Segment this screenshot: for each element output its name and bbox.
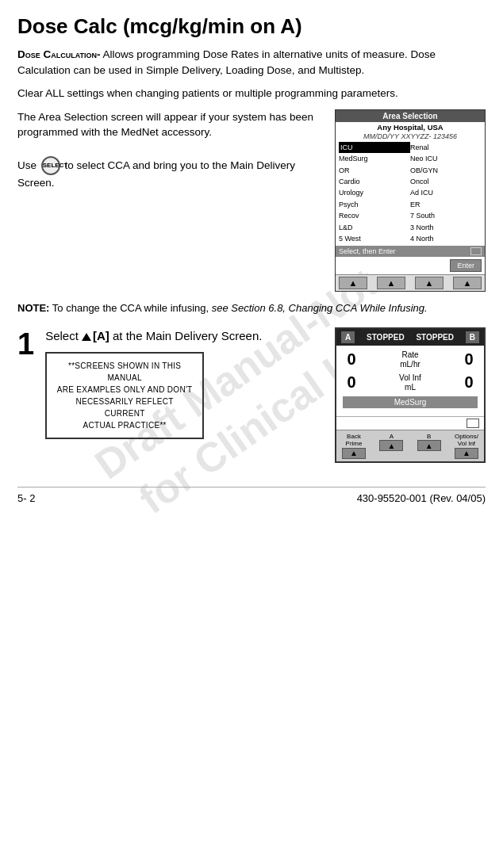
dp-nav-b[interactable]: B ▲	[415, 433, 443, 459]
as-item-3north[interactable]: 3 North	[410, 222, 482, 233]
dp-cca-label: MedSurg	[343, 396, 478, 408]
as-item-4north[interactable]: 4 North	[410, 233, 482, 244]
as-item-oncol[interactable]: Oncol	[410, 176, 482, 187]
as-date: MM/DD/YY XXYYZZ- 123456	[336, 132, 485, 140]
dp-nav-row: BackPrime ▲ A ▲ B ▲ Options/Vol Inf ▲	[336, 430, 484, 461]
as-item-5west[interactable]: 5 West	[339, 233, 410, 244]
warning-line1: **SCREENS SHOWN IN THIS MANUAL	[55, 360, 194, 384]
dp-nav-options[interactable]: Options/Vol Inf ▲	[452, 433, 481, 459]
step1-text-before: Select	[45, 329, 82, 342]
dp-body: 0 RatemL/hr 0 0 Vol InfmL 0 MedSurg	[336, 346, 484, 416]
dp-status-b: STOPPED	[416, 333, 454, 342]
note-text: NOTE: To change the CCA while infusing, …	[17, 301, 486, 315]
dp-b-arrow[interactable]: ▲	[417, 440, 441, 451]
as-nav-btn-2[interactable]: ▲	[377, 277, 405, 289]
as-header: Area Selection	[336, 110, 485, 122]
page-title: Dose Calc (mcg/kg/min on A)	[17, 14, 486, 39]
as-item-obgyn[interactable]: OB/GYN	[410, 165, 482, 176]
as-enter-row: Enter	[336, 257, 485, 274]
as-select-bar: Select, then Enter	[336, 246, 485, 257]
dp-rate-row: 0 RatemL/hr 0	[343, 350, 478, 369]
as-item-or[interactable]: OR	[339, 165, 410, 176]
dp-rate-value-b: 0	[460, 350, 478, 369]
as-grid: ICU Renal MedSurg Neo ICU OR OB/GYN Card…	[336, 142, 485, 245]
page-footer: 5- 2 430-95520-001 (Rev. 04/05)	[17, 487, 486, 504]
as-select-label: Select, then Enter	[339, 247, 396, 255]
warning-line4: ACTUAL PRACTICE**	[55, 419, 194, 431]
area-selection-panel: Area Selection Any Hospital, USA MM/DD/Y…	[335, 109, 486, 293]
para3-text: The Area Selection screen will appear if…	[17, 109, 327, 293]
as-item-icu[interactable]: ICU	[339, 142, 410, 153]
dp-backprime-arrow[interactable]: ▲	[342, 448, 366, 459]
dp-options-arrow[interactable]: ▲	[455, 448, 478, 459]
as-enter-button[interactable]: Enter	[450, 259, 482, 272]
footer-left: 5- 2	[17, 492, 35, 504]
footer-right: 430-95520-001 (Rev. 04/05)	[357, 492, 486, 504]
step1-bracket: [A]	[93, 329, 109, 342]
step-1-section: 1 Select [A] at the Main Delivery Screen…	[17, 327, 486, 463]
warning-box: **SCREENS SHOWN IN THIS MANUAL ARE EXAMP…	[45, 352, 204, 439]
dp-vol-value-a: 0	[343, 373, 360, 392]
as-nav-row: ▲ ▲ ▲ ▲	[336, 274, 485, 291]
note-rest: To change the CCA while infusing,	[52, 302, 212, 314]
dp-a-arrow[interactable]: ▲	[379, 440, 403, 451]
warning-line3: NECESSARILY REFLECT CURRENT	[55, 396, 194, 419]
dp-status-a: STOPPED	[367, 333, 405, 342]
as-item-recov[interactable]: Recov	[339, 210, 410, 221]
area-selection-section: The Area Selection screen will appear if…	[17, 109, 486, 293]
as-item-urology[interactable]: Urology	[339, 187, 410, 198]
dp-backprime-label: BackPrime	[346, 433, 363, 448]
dp-vol-row: 0 Vol InfmL 0	[343, 373, 478, 392]
as-nav-btn-4[interactable]: ▲	[453, 277, 482, 289]
as-item-7south[interactable]: 7 South	[410, 210, 482, 221]
as-item-neoicu[interactable]: Neo ICU	[410, 153, 482, 164]
paragraph-1: Dose Calculation- Allows programming Dos…	[17, 47, 486, 78]
dp-a-label: A	[390, 433, 394, 441]
dp-nav-backprime[interactable]: BackPrime ▲	[340, 433, 368, 459]
dp-rate-label: RatemL/hr	[400, 350, 420, 369]
as-nav-btn-1[interactable]: ▲	[339, 277, 367, 289]
step1-arrow-icon	[82, 333, 91, 341]
dp-vol-label: Vol InfmL	[399, 373, 421, 392]
dp-rate-value-a: 0	[343, 350, 360, 369]
step-1-number: 1	[17, 329, 34, 359]
step-1-content: Select [A] at the Main Delivery Screen. …	[45, 327, 324, 439]
para1-smallcaps: Dose Calculation-	[17, 48, 101, 60]
note-italic: see Section 6.8, Changing CCA While Infu…	[212, 302, 428, 314]
as-item-renal[interactable]: Renal	[410, 142, 482, 153]
select-icon: SELECT	[41, 156, 60, 175]
note-bold: NOTE:	[17, 302, 49, 314]
para3: The Area Selection screen will appear if…	[17, 109, 327, 140]
as-hospital: Any Hospital, USA	[336, 122, 485, 132]
dp-scroll-icon	[467, 419, 479, 428]
as-nav-btn-3[interactable]: ▲	[415, 277, 443, 289]
dp-header: A STOPPED STOPPED B	[336, 329, 484, 346]
dp-nav-a[interactable]: A ▲	[377, 433, 405, 459]
select-instruction: Use SELECT to select CCA and bring you t…	[17, 156, 327, 191]
as-scroll-icon	[470, 247, 482, 255]
dp-b-label: B	[427, 433, 431, 441]
dp-vol-value-b: 0	[460, 373, 478, 392]
as-item-ld[interactable]: L&D	[339, 222, 410, 233]
select-text-before: Use	[17, 159, 40, 170]
as-item-psych[interactable]: Psych	[339, 199, 410, 210]
as-item-cardio[interactable]: Cardio	[339, 176, 410, 187]
as-item-er[interactable]: ER	[410, 199, 482, 210]
as-item-adicu[interactable]: Ad ICU	[410, 187, 482, 198]
as-item-medsurg[interactable]: MedSurg	[339, 153, 410, 164]
delivery-panel: A STOPPED STOPPED B 0 RatemL/hr 0 0 V	[335, 327, 486, 463]
paragraph-2: Clear ALL settings when changing patient…	[17, 86, 486, 101]
warning-line2: ARE EXAMPLES ONLY AND DON'T	[55, 384, 194, 396]
dp-side-b: B	[466, 331, 479, 343]
step-1-text: Select [A] at the Main Delivery Screen.	[45, 327, 324, 344]
dp-side-a: A	[341, 331, 355, 343]
dp-options-label: Options/Vol Inf	[455, 433, 478, 448]
step1-text-after: at the Main Delivery Screen.	[109, 329, 263, 342]
